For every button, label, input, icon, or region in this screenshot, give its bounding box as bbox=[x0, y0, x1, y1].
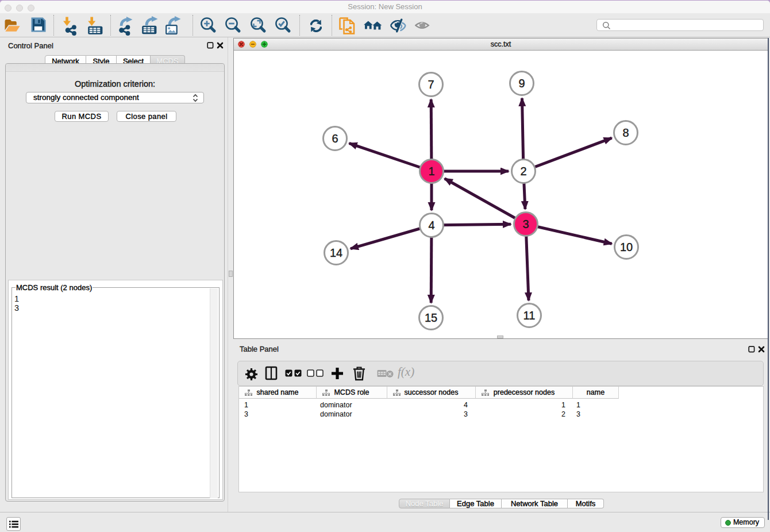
svg-text:15: 15 bbox=[425, 311, 437, 324]
svg-text:1: 1 bbox=[428, 165, 434, 178]
svg-text:8: 8 bbox=[622, 126, 629, 139]
svg-text:6: 6 bbox=[332, 132, 338, 145]
svg-text:11: 11 bbox=[523, 309, 536, 322]
svg-text:3: 3 bbox=[522, 218, 529, 230]
svg-text:10: 10 bbox=[620, 241, 633, 253]
svg-text:2: 2 bbox=[520, 165, 526, 178]
svg-text:9: 9 bbox=[518, 77, 525, 90]
svg-text:7: 7 bbox=[428, 78, 434, 91]
svg-text:4: 4 bbox=[428, 219, 434, 232]
svg-text:14: 14 bbox=[330, 246, 342, 259]
